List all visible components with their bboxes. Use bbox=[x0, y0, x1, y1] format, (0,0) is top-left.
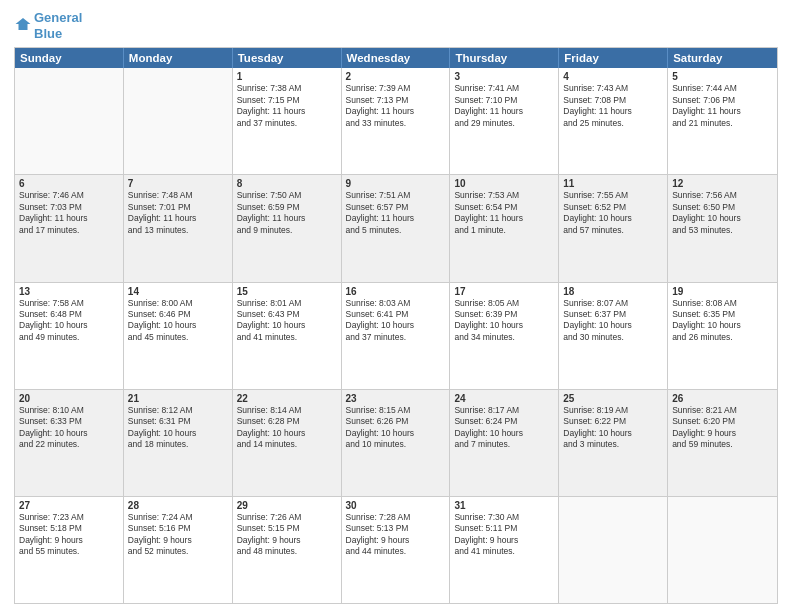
cell-content: Sunrise: 7:38 AM Sunset: 7:15 PM Dayligh… bbox=[237, 83, 337, 129]
day-number: 18 bbox=[563, 286, 663, 297]
calendar-cell: 12Sunrise: 7:56 AM Sunset: 6:50 PM Dayli… bbox=[668, 175, 777, 281]
day-number: 26 bbox=[672, 393, 773, 404]
cell-content: Sunrise: 8:10 AM Sunset: 6:33 PM Dayligh… bbox=[19, 405, 119, 451]
day-number: 28 bbox=[128, 500, 228, 511]
calendar-cell: 23Sunrise: 8:15 AM Sunset: 6:26 PM Dayli… bbox=[342, 390, 451, 496]
header-day-sunday: Sunday bbox=[15, 48, 124, 68]
cell-content: Sunrise: 7:28 AM Sunset: 5:13 PM Dayligh… bbox=[346, 512, 446, 558]
calendar-cell: 25Sunrise: 8:19 AM Sunset: 6:22 PM Dayli… bbox=[559, 390, 668, 496]
cell-content: Sunrise: 8:00 AM Sunset: 6:46 PM Dayligh… bbox=[128, 298, 228, 344]
day-number: 2 bbox=[346, 71, 446, 82]
cell-content: Sunrise: 8:05 AM Sunset: 6:39 PM Dayligh… bbox=[454, 298, 554, 344]
calendar-cell: 21Sunrise: 8:12 AM Sunset: 6:31 PM Dayli… bbox=[124, 390, 233, 496]
cell-content: Sunrise: 8:21 AM Sunset: 6:20 PM Dayligh… bbox=[672, 405, 773, 451]
calendar-cell: 24Sunrise: 8:17 AM Sunset: 6:24 PM Dayli… bbox=[450, 390, 559, 496]
calendar-cell: 4Sunrise: 7:43 AM Sunset: 7:08 PM Daylig… bbox=[559, 68, 668, 174]
calendar-cell: 3Sunrise: 7:41 AM Sunset: 7:10 PM Daylig… bbox=[450, 68, 559, 174]
cell-content: Sunrise: 7:44 AM Sunset: 7:06 PM Dayligh… bbox=[672, 83, 773, 129]
day-number: 10 bbox=[454, 178, 554, 189]
calendar-cell: 15Sunrise: 8:01 AM Sunset: 6:43 PM Dayli… bbox=[233, 283, 342, 389]
logo-icon bbox=[14, 15, 32, 33]
calendar-cell bbox=[15, 68, 124, 174]
calendar-cell: 19Sunrise: 8:08 AM Sunset: 6:35 PM Dayli… bbox=[668, 283, 777, 389]
calendar-cell: 14Sunrise: 8:00 AM Sunset: 6:46 PM Dayli… bbox=[124, 283, 233, 389]
calendar-cell: 29Sunrise: 7:26 AM Sunset: 5:15 PM Dayli… bbox=[233, 497, 342, 603]
calendar-cell: 20Sunrise: 8:10 AM Sunset: 6:33 PM Dayli… bbox=[15, 390, 124, 496]
cell-content: Sunrise: 7:53 AM Sunset: 6:54 PM Dayligh… bbox=[454, 190, 554, 236]
cell-content: Sunrise: 8:19 AM Sunset: 6:22 PM Dayligh… bbox=[563, 405, 663, 451]
calendar-cell: 16Sunrise: 8:03 AM Sunset: 6:41 PM Dayli… bbox=[342, 283, 451, 389]
logo-text: General Blue bbox=[34, 10, 82, 41]
day-number: 4 bbox=[563, 71, 663, 82]
calendar-header: SundayMondayTuesdayWednesdayThursdayFrid… bbox=[15, 48, 777, 68]
calendar-week-4: 20Sunrise: 8:10 AM Sunset: 6:33 PM Dayli… bbox=[15, 390, 777, 497]
calendar-body: 1Sunrise: 7:38 AM Sunset: 7:15 PM Daylig… bbox=[15, 68, 777, 603]
day-number: 25 bbox=[563, 393, 663, 404]
day-number: 22 bbox=[237, 393, 337, 404]
cell-content: Sunrise: 8:12 AM Sunset: 6:31 PM Dayligh… bbox=[128, 405, 228, 451]
day-number: 27 bbox=[19, 500, 119, 511]
header-day-thursday: Thursday bbox=[450, 48, 559, 68]
header-day-wednesday: Wednesday bbox=[342, 48, 451, 68]
day-number: 16 bbox=[346, 286, 446, 297]
calendar-cell: 22Sunrise: 8:14 AM Sunset: 6:28 PM Dayli… bbox=[233, 390, 342, 496]
day-number: 30 bbox=[346, 500, 446, 511]
day-number: 7 bbox=[128, 178, 228, 189]
calendar-week-1: 1Sunrise: 7:38 AM Sunset: 7:15 PM Daylig… bbox=[15, 68, 777, 175]
day-number: 1 bbox=[237, 71, 337, 82]
day-number: 20 bbox=[19, 393, 119, 404]
cell-content: Sunrise: 7:26 AM Sunset: 5:15 PM Dayligh… bbox=[237, 512, 337, 558]
calendar-cell: 17Sunrise: 8:05 AM Sunset: 6:39 PM Dayli… bbox=[450, 283, 559, 389]
calendar-cell: 2Sunrise: 7:39 AM Sunset: 7:13 PM Daylig… bbox=[342, 68, 451, 174]
cell-content: Sunrise: 8:14 AM Sunset: 6:28 PM Dayligh… bbox=[237, 405, 337, 451]
calendar-cell: 10Sunrise: 7:53 AM Sunset: 6:54 PM Dayli… bbox=[450, 175, 559, 281]
day-number: 23 bbox=[346, 393, 446, 404]
day-number: 8 bbox=[237, 178, 337, 189]
calendar-cell: 5Sunrise: 7:44 AM Sunset: 7:06 PM Daylig… bbox=[668, 68, 777, 174]
calendar-week-3: 13Sunrise: 7:58 AM Sunset: 6:48 PM Dayli… bbox=[15, 283, 777, 390]
cell-content: Sunrise: 7:46 AM Sunset: 7:03 PM Dayligh… bbox=[19, 190, 119, 236]
calendar-cell bbox=[559, 497, 668, 603]
header-day-tuesday: Tuesday bbox=[233, 48, 342, 68]
day-number: 19 bbox=[672, 286, 773, 297]
header: General Blue bbox=[14, 10, 778, 41]
day-number: 24 bbox=[454, 393, 554, 404]
header-day-saturday: Saturday bbox=[668, 48, 777, 68]
calendar-week-2: 6Sunrise: 7:46 AM Sunset: 7:03 PM Daylig… bbox=[15, 175, 777, 282]
day-number: 6 bbox=[19, 178, 119, 189]
logo: General Blue bbox=[14, 10, 82, 41]
cell-content: Sunrise: 8:17 AM Sunset: 6:24 PM Dayligh… bbox=[454, 405, 554, 451]
day-number: 9 bbox=[346, 178, 446, 189]
cell-content: Sunrise: 8:07 AM Sunset: 6:37 PM Dayligh… bbox=[563, 298, 663, 344]
cell-content: Sunrise: 7:24 AM Sunset: 5:16 PM Dayligh… bbox=[128, 512, 228, 558]
calendar-cell: 31Sunrise: 7:30 AM Sunset: 5:11 PM Dayli… bbox=[450, 497, 559, 603]
svg-marker-0 bbox=[16, 18, 31, 30]
day-number: 31 bbox=[454, 500, 554, 511]
cell-content: Sunrise: 7:43 AM Sunset: 7:08 PM Dayligh… bbox=[563, 83, 663, 129]
calendar-cell: 30Sunrise: 7:28 AM Sunset: 5:13 PM Dayli… bbox=[342, 497, 451, 603]
calendar-cell: 18Sunrise: 8:07 AM Sunset: 6:37 PM Dayli… bbox=[559, 283, 668, 389]
day-number: 17 bbox=[454, 286, 554, 297]
calendar-cell: 7Sunrise: 7:48 AM Sunset: 7:01 PM Daylig… bbox=[124, 175, 233, 281]
calendar-cell bbox=[668, 497, 777, 603]
cell-content: Sunrise: 7:55 AM Sunset: 6:52 PM Dayligh… bbox=[563, 190, 663, 236]
day-number: 15 bbox=[237, 286, 337, 297]
day-number: 3 bbox=[454, 71, 554, 82]
header-day-friday: Friday bbox=[559, 48, 668, 68]
calendar-week-5: 27Sunrise: 7:23 AM Sunset: 5:18 PM Dayli… bbox=[15, 497, 777, 603]
cell-content: Sunrise: 8:08 AM Sunset: 6:35 PM Dayligh… bbox=[672, 298, 773, 344]
calendar-cell: 1Sunrise: 7:38 AM Sunset: 7:15 PM Daylig… bbox=[233, 68, 342, 174]
header-day-monday: Monday bbox=[124, 48, 233, 68]
cell-content: Sunrise: 7:41 AM Sunset: 7:10 PM Dayligh… bbox=[454, 83, 554, 129]
day-number: 29 bbox=[237, 500, 337, 511]
calendar-cell: 8Sunrise: 7:50 AM Sunset: 6:59 PM Daylig… bbox=[233, 175, 342, 281]
calendar-cell: 6Sunrise: 7:46 AM Sunset: 7:03 PM Daylig… bbox=[15, 175, 124, 281]
calendar-cell: 28Sunrise: 7:24 AM Sunset: 5:16 PM Dayli… bbox=[124, 497, 233, 603]
day-number: 5 bbox=[672, 71, 773, 82]
cell-content: Sunrise: 8:03 AM Sunset: 6:41 PM Dayligh… bbox=[346, 298, 446, 344]
cell-content: Sunrise: 7:30 AM Sunset: 5:11 PM Dayligh… bbox=[454, 512, 554, 558]
calendar-cell: 11Sunrise: 7:55 AM Sunset: 6:52 PM Dayli… bbox=[559, 175, 668, 281]
calendar-cell: 27Sunrise: 7:23 AM Sunset: 5:18 PM Dayli… bbox=[15, 497, 124, 603]
cell-content: Sunrise: 7:51 AM Sunset: 6:57 PM Dayligh… bbox=[346, 190, 446, 236]
day-number: 12 bbox=[672, 178, 773, 189]
